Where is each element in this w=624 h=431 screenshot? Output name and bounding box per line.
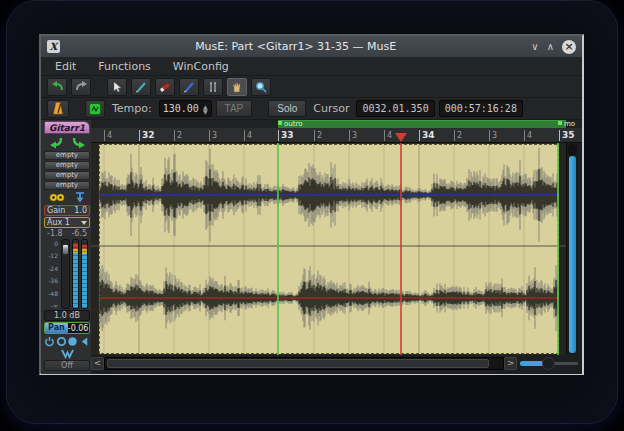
power-icon[interactable]	[44, 336, 55, 347]
range-icon	[207, 81, 219, 93]
volume-fader[interactable]	[61, 239, 70, 309]
titlebar[interactable]: X MusE: Part <Gitarr1> 31-35 — MusE ∨ ∧ …	[41, 36, 582, 57]
tempo-spinbox[interactable]: 130.00 ▲▼	[159, 100, 212, 117]
scroll-right-button[interactable]: >	[504, 357, 517, 370]
prev-part-icon[interactable]	[49, 137, 63, 149]
track-strip: Gitarr1 empty empty empty empty	[41, 120, 91, 374]
vscroll-cap	[568, 144, 577, 155]
dot-icon[interactable]	[67, 336, 78, 347]
envelope-icon[interactable]	[61, 348, 74, 359]
gain-value: 1.0	[74, 206, 87, 215]
ruler-beat-number: 2	[454, 130, 462, 141]
hscroll-trough[interactable]	[104, 357, 504, 370]
ruler-beat-number: 4	[524, 130, 532, 141]
playhead-marker-icon[interactable]	[395, 133, 407, 142]
ruler-beat-number: 2	[174, 130, 182, 141]
part-tab-gitarr1[interactable]: Gitarr1	[44, 121, 90, 134]
maximize-button[interactable]: ∧	[547, 40, 554, 54]
eraser-tool-button[interactable]	[155, 78, 175, 96]
cursor-label: Cursor	[313, 102, 349, 115]
fader-scale-label: -36	[48, 278, 58, 284]
pointer-tool-button[interactable]	[107, 78, 127, 96]
stereo-icon[interactable]	[49, 193, 65, 202]
controller-slot-3[interactable]: empty	[44, 171, 90, 180]
redo-icon	[75, 81, 88, 92]
tempo-master-button[interactable]	[85, 100, 105, 118]
scroll-left-button[interactable]: <	[91, 357, 104, 370]
waveform-canvas[interactable]	[91, 143, 566, 355]
fader-scale-label: 0	[54, 241, 58, 247]
menubar: Edit Functions WinConfig	[41, 57, 582, 76]
marker-name: outro	[284, 120, 302, 128]
ruler-beat-number: 3	[489, 130, 497, 141]
marker-name: mo	[564, 120, 575, 128]
menu-winconfig[interactable]: WinConfig	[173, 60, 229, 73]
zoom-tool-button[interactable]	[251, 78, 271, 96]
ruler-beat-number: 3	[209, 130, 217, 141]
db-display: 1.0 dB	[44, 310, 90, 321]
marker-bar[interactable]: outromo	[91, 120, 582, 128]
vu-meter-right	[81, 239, 88, 309]
pan-label: Pan	[45, 323, 68, 333]
vertical-scrollbar[interactable]	[566, 143, 578, 355]
draw-icon	[183, 81, 195, 93]
fader-scale-label: -48	[48, 291, 58, 297]
marker-flag-icon[interactable]	[558, 121, 562, 125]
ring-icon[interactable]	[56, 336, 67, 347]
speaker-icon[interactable]	[79, 336, 90, 347]
ruler-beat-number: 4	[244, 130, 252, 141]
zoom-fill	[520, 361, 544, 366]
pan-control[interactable]: Pan -0.06	[44, 322, 90, 334]
fader-knob[interactable]	[62, 244, 69, 255]
hscroll-handle[interactable]	[107, 359, 489, 368]
muse-wave-editor-window: X MusE: Part <Gitarr1> 31-35 — MusE ∨ ∧ …	[39, 34, 584, 375]
automation-off-button[interactable]: Off	[44, 360, 90, 371]
gain-label: Gain	[47, 206, 65, 215]
ruler-bar-number: 33	[278, 130, 294, 141]
tempo-led-icon	[89, 103, 101, 115]
draw-tool-button[interactable]	[179, 78, 199, 96]
ruler-bar-number: 34	[419, 130, 435, 141]
ruler-beat-number: 4	[384, 130, 392, 141]
gain-control[interactable]: Gain 1.0	[44, 205, 90, 216]
peak-left-value: -1.8	[47, 229, 63, 238]
horizontal-scrollbar: < >	[91, 355, 582, 371]
timeline-ruler[interactable]: 432234332343423435	[91, 128, 582, 143]
cursor-position-display: 0032.01.350	[356, 100, 434, 117]
next-part-icon[interactable]	[72, 137, 86, 149]
marker-region-outro[interactable]	[278, 120, 566, 128]
redo-button[interactable]	[71, 78, 91, 96]
dropdown-arrow-icon	[81, 221, 87, 225]
fader-scale-label: -24	[48, 266, 58, 272]
fader-scale: 0-12-24-36-48-∞	[45, 239, 59, 309]
pan-tool-button[interactable]	[227, 78, 247, 96]
ruler-bar-number: 35	[559, 130, 575, 141]
aux-send-select[interactable]: Aux 1	[44, 217, 90, 228]
pan-value: -0.06	[68, 324, 91, 333]
menu-edit[interactable]: Edit	[55, 60, 76, 73]
vscroll-handle[interactable]	[569, 156, 576, 353]
controller-slot-4[interactable]: empty	[44, 181, 90, 190]
ruler-beat-number: 3	[349, 130, 357, 141]
controller-slot-1[interactable]: empty	[44, 151, 90, 160]
solo-button[interactable]: Solo	[268, 100, 306, 117]
pencil-tool-button[interactable]	[131, 78, 151, 96]
undo-button[interactable]	[47, 78, 67, 96]
tap-button[interactable]: TAP	[216, 100, 253, 117]
eraser-icon	[159, 81, 171, 93]
metronome-button[interactable]	[47, 100, 69, 118]
cursor-time-display: 000:57:16:28	[439, 100, 523, 117]
minimize-button[interactable]: ∨	[531, 40, 538, 54]
spinner-arrows-icon[interactable]: ▲▼	[203, 104, 208, 114]
tempo-label: Tempo:	[112, 102, 152, 115]
menu-functions[interactable]: Functions	[98, 60, 151, 73]
peak-right-value: -6.5	[71, 229, 87, 238]
zoom-knob[interactable]	[542, 357, 555, 370]
marker-flag-icon[interactable]	[278, 121, 282, 125]
zoom-slider[interactable]	[520, 357, 582, 370]
close-button[interactable]: ×	[562, 40, 576, 54]
range-tool-button[interactable]	[203, 78, 223, 96]
controller-slot-2[interactable]: empty	[44, 161, 90, 170]
input-arrow-icon[interactable]	[75, 192, 85, 203]
ruler-beat-number: 4	[104, 130, 112, 141]
